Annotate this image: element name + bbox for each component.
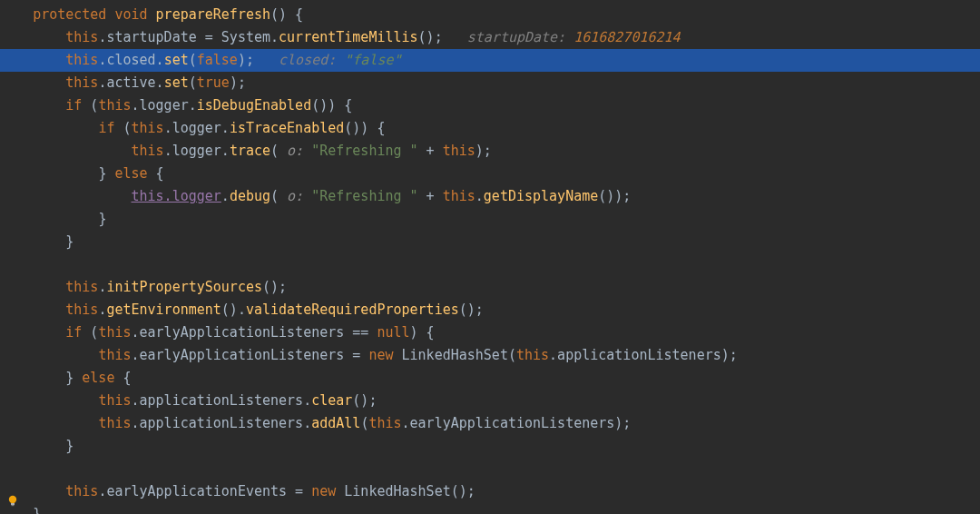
code-line[interactable]: } <box>0 208 980 231</box>
indent <box>0 143 132 159</box>
code-line[interactable]: this.startupDate = System.currentTimeMil… <box>0 26 980 49</box>
keyword-this: this <box>132 120 164 136</box>
text: .logger. <box>132 97 197 114</box>
indent <box>0 97 65 114</box>
indent <box>0 324 65 341</box>
punct: ()); <box>598 188 631 204</box>
punct: ); <box>475 143 492 159</box>
indent <box>0 6 33 23</box>
indent <box>0 52 65 68</box>
code-line[interactable]: } else { <box>0 367 980 390</box>
code-line[interactable]: if (this.logger.isDebugEnabled()) { <box>0 94 980 117</box>
keyword: true <box>197 74 230 91</box>
punct: ( <box>114 120 131 136</box>
indent <box>0 279 65 295</box>
punct: ()) { <box>344 120 385 136</box>
code-editor[interactable]: protected void prepareRefresh() { this.s… <box>0 0 980 514</box>
operator: + <box>418 143 443 159</box>
keyword-this: this <box>65 52 98 68</box>
keyword-this: this <box>368 415 401 431</box>
current-exec-line[interactable]: this.closed.set(false); closed: "false" <box>0 49 980 72</box>
text: .logger. <box>164 120 230 136</box>
punct: (); <box>459 301 484 318</box>
code-line[interactable]: this.getEnvironment().validateRequiredPr… <box>0 299 980 321</box>
method-call: isTraceEnabled <box>230 120 344 136</box>
code-line[interactable]: } <box>0 435 980 458</box>
code-line[interactable]: this.earlyApplicationListeners = new Lin… <box>0 344 980 367</box>
param-hint: o: <box>287 188 311 204</box>
keyword-this: this <box>98 324 131 341</box>
inline-debug-name: closed: <box>279 52 344 68</box>
code-line[interactable]: this.applicationListeners.addAll(this.ea… <box>0 412 980 435</box>
punct: ( <box>270 188 287 204</box>
method-call: addAll <box>311 415 360 431</box>
method-call: currentTimeMillis <box>279 29 418 45</box>
indent <box>0 29 65 45</box>
text: .earlyApplicationListeners = <box>132 347 369 363</box>
text: .earlyApplicationEvents = <box>98 483 311 499</box>
space <box>443 29 467 45</box>
keyword: false <box>197 52 238 68</box>
code-line[interactable]: this.applicationListeners.clear(); <box>0 390 980 412</box>
punct: () { <box>270 6 303 23</box>
string-literal: "Refreshing " <box>311 188 417 204</box>
indent <box>0 301 65 318</box>
method-call: isDebugEnabled <box>197 97 311 114</box>
intention-bulb-icon[interactable] <box>5 494 20 509</box>
code-line[interactable]: } else { <box>0 163 980 185</box>
method-call: debug <box>230 188 270 204</box>
type: LinkedHashSet(); <box>336 483 475 499</box>
indent <box>0 74 65 91</box>
keyword: new <box>368 347 393 363</box>
punct: ( <box>82 97 98 114</box>
code-line[interactable]: protected void prepareRefresh() { <box>0 4 980 26</box>
punct: } <box>98 165 114 182</box>
punct: ); <box>238 52 254 68</box>
keyword-this: this <box>65 74 98 91</box>
keyword: else <box>82 370 114 386</box>
keyword-this: this <box>443 188 475 204</box>
text: .applicationListeners. <box>132 392 312 409</box>
keyword: else <box>114 165 147 182</box>
indent <box>0 165 98 182</box>
space <box>254 52 279 68</box>
method-call: initPropertySources <box>106 279 262 295</box>
punct: ()) { <box>311 97 352 114</box>
field-reference[interactable]: this.logger <box>132 188 221 204</box>
punct: } <box>98 211 106 227</box>
code-line[interactable]: } <box>0 503 980 514</box>
blank-line[interactable] <box>0 458 980 480</box>
space <box>148 6 156 23</box>
code-line[interactable]: this.initPropertySources(); <box>0 276 980 299</box>
code-line[interactable]: this.active.set(true); <box>0 72 980 94</box>
keyword: null <box>377 324 409 341</box>
text: .applicationListeners. <box>132 415 312 431</box>
type: LinkedHashSet( <box>394 347 516 363</box>
punct: ); <box>230 74 246 91</box>
punct: ( <box>270 143 287 159</box>
punct: ) { <box>410 324 435 341</box>
string-literal: "Refreshing " <box>311 143 417 159</box>
method-call: getDisplayName <box>484 188 598 204</box>
code-line[interactable]: if (this.earlyApplicationListeners == nu… <box>0 321 980 344</box>
keyword: if <box>65 324 82 341</box>
method-call: getEnvironment <box>106 301 220 318</box>
text: .applicationListeners); <box>549 347 738 363</box>
punct: (); <box>352 392 377 409</box>
operator: + <box>418 188 443 204</box>
keyword-this: this <box>98 97 131 114</box>
code-line[interactable]: this.logger.trace( o: "Refreshing " + th… <box>0 140 980 163</box>
code-line[interactable]: if (this.logger.isTraceEnabled()) { <box>0 117 980 140</box>
method-call: trace <box>230 143 270 159</box>
code-line[interactable]: this.earlyApplicationEvents = new Linked… <box>0 480 980 503</box>
inline-debug-name: startupDate: <box>467 29 573 45</box>
keyword-this: this <box>65 279 98 295</box>
method-call: clear <box>311 392 352 409</box>
code-line[interactable]: } <box>0 231 980 253</box>
blank-line[interactable] <box>0 253 980 276</box>
text: .closed. <box>98 52 163 68</box>
keyword-this: this <box>65 29 98 45</box>
code-line[interactable]: this.logger.debug( o: "Refreshing " + th… <box>0 185 980 208</box>
punct: } <box>65 233 74 250</box>
indent <box>0 347 98 363</box>
